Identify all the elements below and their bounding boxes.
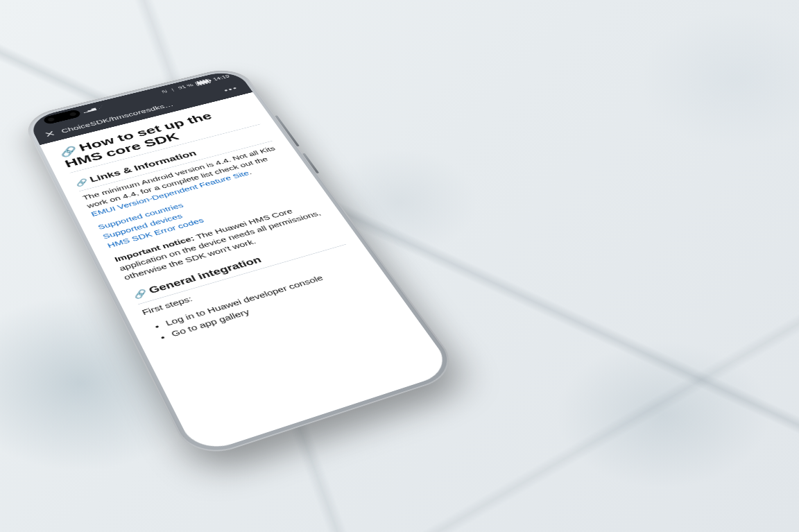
battery-text: 91 % xyxy=(177,83,194,90)
signal-icon: ▁▃▅ xyxy=(82,107,96,113)
screen: ▁▃▅ ⋰ ℕ ⟊ 91 % 14:19 ✕ ChoiceSDK/hmscore… xyxy=(27,69,455,456)
nfc-icon: ℕ xyxy=(161,89,169,94)
overflow-icon[interactable]: ••• xyxy=(223,85,239,94)
battery-icon xyxy=(195,78,212,86)
phone: ▁▃▅ ⋰ ℕ ⟊ 91 % 14:19 ✕ ChoiceSDK/hmscore… xyxy=(20,65,463,462)
bluetooth-icon: ⟊ xyxy=(170,87,176,92)
clock: 14:19 xyxy=(212,74,230,82)
scene: ▁▃▅ ⋰ ℕ ⟊ 91 % 14:19 ✕ ChoiceSDK/hmscore… xyxy=(0,0,799,532)
close-icon[interactable]: ✕ xyxy=(43,129,57,139)
phone-body: ▁▃▅ ⋰ ℕ ⟊ 91 % 14:19 ✕ ChoiceSDK/hmscore… xyxy=(20,65,463,462)
document-body[interactable]: 🔗How to set up the HMS core SDK 🔗Links &… xyxy=(40,92,399,370)
link-icon[interactable]: 🔗 xyxy=(74,178,89,187)
wifi-icon: ⋰ xyxy=(97,105,104,110)
link-icon[interactable]: 🔗 xyxy=(132,288,149,299)
